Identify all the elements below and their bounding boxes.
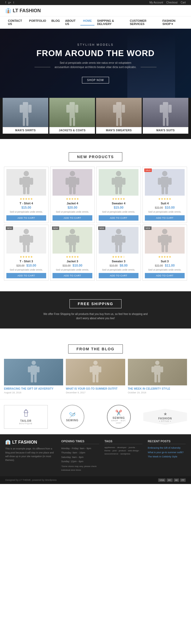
my-account-link[interactable]: My Account — [149, 1, 163, 4]
brand-sewing-shop-name: Sewing — [112, 416, 125, 419]
brand-tailor-sub: BOUTIQUE — [19, 422, 33, 425]
product-card-5: NEW ★★★★★ Jacket 3 $15.00 $10.00 Sed ut … — [50, 225, 95, 281]
svg-rect-45 — [168, 178, 172, 185]
svg-rect-85 — [154, 365, 160, 375]
free-shipping-section: FREE SHIPPING We offer Free Shipping for… — [0, 291, 191, 329]
footer-tags-list: appthemes · developer · joomla · theme ·… — [105, 446, 142, 455]
product-price-7: $22.00 $11.00 — [145, 264, 185, 267]
category-jackets[interactable]: JACKETS & COATS — [49, 98, 95, 134]
blog-title-wrapper: FROM THE BLOG — [4, 344, 187, 353]
svg-rect-34 — [69, 187, 72, 194]
shop-now-button[interactable]: SHOP NOW — [82, 77, 109, 83]
brand-sewing[interactable]: 🪡 SEWING — [60, 405, 84, 429]
svg-rect-81 — [99, 367, 101, 372]
recent-post-1[interactable]: What is your go-to summer outfit? — [148, 451, 186, 454]
svg-rect-33 — [76, 178, 79, 185]
svg-rect-40 — [115, 187, 118, 194]
svg-rect-38 — [112, 178, 115, 185]
nav-item-about[interactable]: ABOUT US — [63, 16, 81, 28]
nav-item-portfolio[interactable]: PORTFOLIO — [27, 16, 49, 28]
nav-item-shipping[interactable]: SHIPPING & DELIVERY — [94, 16, 127, 28]
svg-point-54 — [70, 229, 75, 234]
blog-card-0[interactable]: EMBRACING THE GIFT OF ADVERSITY August 1… — [4, 359, 63, 394]
logo-text: LT FASHION — [13, 8, 41, 14]
blog-title-1: WHAT IS YOUR GO-TO SUMMER OUTFIT — [66, 387, 125, 390]
blog-date-1: December 9, 2017 — [66, 391, 125, 394]
recent-post-2[interactable]: The Week In Celebrity Style — [148, 455, 186, 458]
site-logo[interactable]: 👔 LT FASHION — [5, 8, 41, 14]
svg-point-78 — [93, 361, 98, 365]
svg-rect-57 — [76, 236, 79, 243]
svg-rect-11 — [73, 117, 75, 126]
add-to-cart-6[interactable]: ADD TO CART — [99, 273, 138, 278]
svg-rect-88 — [154, 374, 157, 382]
category-suits[interactable]: MAN'S SUITS — [143, 98, 188, 134]
product-image-2 — [99, 169, 138, 196]
svg-rect-80 — [90, 367, 92, 372]
svg-point-24 — [24, 171, 29, 176]
product-name-2: Sweater 4 — [99, 202, 138, 205]
svg-rect-10 — [70, 117, 72, 126]
categories-section: MAN'S SHIRTS JACKETS & COATS MAN'S SWEAT… — [0, 98, 191, 139]
svg-point-48 — [24, 229, 29, 234]
brand-tailor[interactable]: TAILOR BOUTIQUE — [4, 405, 48, 429]
product-stars-1: ★★★★★ — [53, 197, 92, 201]
category-shirts-label: MAN'S SHIRTS — [3, 127, 48, 134]
checkout-link[interactable]: Checkout — [166, 1, 177, 4]
new-products-section: NEW PRODUCTS ★★★★★ T - Shirt 4 $15.00 Se… — [0, 152, 191, 286]
add-to-cart-1[interactable]: ADD TO CART — [53, 215, 92, 221]
footer-logo: 👔 LT FASHION — [5, 440, 56, 445]
svg-rect-64 — [115, 245, 118, 252]
blog-date-2: October 19, 2016 — [128, 391, 187, 394]
product-card-1: ★★★★★ Jacket 4 $20.00 Sed ut perspiciati… — [50, 167, 95, 223]
add-to-cart-3[interactable]: ADD TO CART — [145, 215, 185, 221]
svg-rect-71 — [165, 245, 168, 252]
footer-hours-title: OPENING TIMES — [61, 440, 99, 444]
hero-description: Sed ut perspiciatis unde omnis iste natu… — [53, 61, 138, 69]
brand-fashion-style[interactable]: ★ FASHION • STYLE • — [143, 409, 187, 425]
hours-line-2: Saturday: 9am - 8pm — [61, 455, 99, 459]
svg-point-60 — [116, 229, 121, 234]
cart-link[interactable]: Cart — [181, 1, 186, 4]
nav-item-blog[interactable]: BLOG — [49, 16, 63, 28]
tailor-icon — [22, 409, 30, 419]
googleplus-link[interactable]: g+ — [8, 1, 11, 4]
product-badge-3: SALE — [144, 169, 152, 172]
blog-card-1[interactable]: WHAT IS YOUR GO-TO SUMMER OUTFIT Decembe… — [66, 359, 125, 394]
svg-rect-49 — [23, 235, 30, 245]
nav-item-home[interactable]: HOME — [80, 16, 94, 28]
svg-point-66 — [162, 229, 167, 234]
svg-rect-20 — [160, 105, 163, 113]
nav-item-fashion[interactable]: FASHION SHOP ▾ — [160, 16, 186, 28]
brand-sewing-shop[interactable]: ✂️ Sewing SHOP · EST. 1997 — [107, 405, 131, 429]
svg-rect-43 — [161, 177, 168, 187]
product-badge-7: NEW — [144, 226, 151, 230]
add-to-cart-7[interactable]: ADD TO CART — [145, 273, 185, 278]
product-image-0 — [6, 169, 46, 196]
add-to-cart-5[interactable]: ADD TO CART — [53, 273, 92, 278]
twitter-link[interactable]: t — [13, 1, 14, 4]
category-sweaters[interactable]: MAN'S SWEATERS — [96, 98, 142, 134]
tag-3: theme — [105, 449, 110, 452]
add-to-cart-2[interactable]: ADD TO CART — [99, 215, 138, 221]
product-badge-6: NEW — [98, 226, 105, 230]
social-links: f g+ t — [5, 1, 14, 4]
svg-rect-27 — [30, 178, 33, 185]
tag-5: product — [119, 449, 126, 452]
logo-icon: 👔 — [5, 8, 11, 14]
category-shirts[interactable]: MAN'S SHIRTS — [3, 98, 48, 134]
svg-rect-15 — [122, 105, 125, 113]
svg-rect-59 — [73, 245, 76, 252]
svg-rect-75 — [37, 367, 40, 372]
product-price-4: $20.00 $10.00 — [6, 264, 46, 267]
new-products-title: NEW PRODUCTS — [4, 152, 187, 161]
recent-post-0[interactable]: Embracing the Gift of Adversity — [148, 446, 186, 450]
add-to-cart-4[interactable]: ADD TO CART — [6, 273, 46, 278]
blog-card-2[interactable]: THE WEEK IN CELEBRITY STYLE October 19, … — [128, 359, 187, 394]
nav-item-contact[interactable]: CONTACT US — [5, 16, 27, 28]
add-to-cart-0[interactable]: ADD TO CART — [6, 215, 46, 221]
product-desc-2: Sed ut perspiciatis unde omnis. — [99, 210, 138, 214]
svg-point-36 — [116, 171, 121, 176]
facebook-link[interactable]: f — [5, 1, 6, 4]
nav-item-customer[interactable]: CUSTOMER SERVICES — [127, 16, 160, 28]
